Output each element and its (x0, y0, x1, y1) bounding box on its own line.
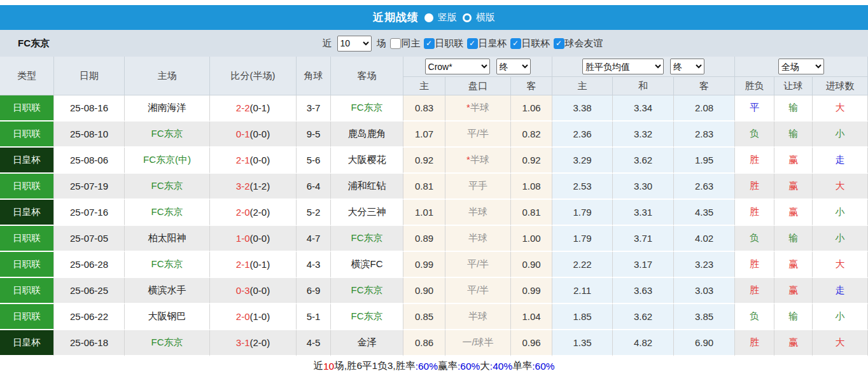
wdl-odds-time-select[interactable]: 终 (670, 59, 704, 74)
checkbox-label[interactable]: 同主 (402, 38, 421, 50)
away-team: 大阪樱花 (331, 148, 403, 174)
handicap-result: 赢 (774, 148, 813, 174)
goals-result: 小 (813, 304, 868, 330)
wdl-draw-odds: 3.32 (613, 122, 674, 148)
results-body: 日职联25-08-16湘南海洋2-2(0-1)3-7FC东京0.83*半球1.0… (0, 95, 868, 356)
handicap-result: 赢 (774, 252, 813, 278)
wdl-away-odds: 2.83 (674, 122, 735, 148)
asian-away-odds: 1.06 (511, 95, 552, 122)
wdl-away-odds: 2.63 (674, 174, 735, 200)
summary-segment: :60% (416, 361, 438, 372)
checkbox-icon[interactable]: ✓ (554, 38, 564, 49)
home-team: FC东京 (125, 122, 210, 148)
wdl-home-odds: 2.53 (552, 174, 613, 200)
match-date: 25-07-19 (54, 174, 125, 200)
wdl-away-odds: 4.35 (674, 200, 735, 226)
asian-handicap-line: 半球 (445, 200, 511, 226)
summary-segment: 10 (323, 361, 334, 372)
handicap-result: 赢 (774, 278, 813, 304)
table-row: 日皇杯25-07-16FC东京2-0(2-0)5-2大分三神1.01半球0.81… (0, 200, 868, 226)
match-type-badge: 日职联 (0, 95, 54, 122)
wdl-away-odds: 6.90 (674, 330, 735, 356)
competition-filter-同主[interactable]: ✓同主 (390, 38, 421, 50)
result-group-header: 全场 (735, 57, 868, 77)
subheader-wdl-draw: 和 (613, 77, 674, 95)
asian-away-odds: 0.96 (511, 330, 552, 356)
wdl-draw-odds: 3.62 (613, 304, 674, 330)
match-date: 25-08-16 (54, 95, 125, 122)
outcome-result: 胜 (735, 174, 774, 200)
checkbox-label[interactable]: 日皇杯 (479, 38, 507, 50)
match-score: 2-2(0-1) (210, 95, 297, 122)
radio-unselected-icon[interactable] (463, 13, 472, 22)
asian-home-odds: 0.92 (403, 148, 445, 174)
corner-score: 5-2 (297, 200, 331, 226)
competition-filter-日职联[interactable]: ✓日职联 (424, 38, 464, 50)
asian-away-odds: 0.92 (511, 148, 552, 174)
match-score: 2-1(0-1) (210, 252, 297, 278)
match-score: 2-0(2-0) (210, 200, 297, 226)
competition-filter-球会友谊[interactable]: ✓球会友谊 (554, 38, 603, 50)
asian-odds-provider-select[interactable]: Crow* (425, 59, 490, 74)
competition-filter-日皇杯[interactable]: ✓日皇杯 (467, 38, 507, 50)
result-scope-select[interactable]: 全场 (778, 59, 824, 74)
checkbox-icon[interactable]: ✓ (424, 38, 435, 49)
competition-filter-日联杯[interactable]: ✓日联杯 (510, 38, 550, 50)
home-team: FC东京(中) (125, 148, 210, 174)
checkbox-icon[interactable]: ✓ (510, 38, 521, 49)
checkbox-icon[interactable]: ✓ (390, 38, 401, 49)
goals-result: 小 (813, 200, 868, 226)
wdl-away-odds: 4.02 (674, 226, 735, 252)
match-type-badge: 日职联 (0, 252, 54, 278)
match-type-badge: 日职联 (0, 122, 54, 148)
wdl-odds-provider-select[interactable]: 胜平负均值 (582, 59, 664, 74)
match-count-select[interactable]: 10 (337, 36, 372, 52)
asian-handicap-line: 平/半 (445, 252, 511, 278)
wdl-home-odds: 1.85 (552, 304, 613, 330)
checkbox-label[interactable]: 日职联 (435, 38, 464, 50)
asian-odds-time-select[interactable]: 终 (496, 59, 531, 74)
asian-away-odds: 1.04 (511, 304, 552, 330)
home-team: 湘南海洋 (125, 95, 210, 122)
away-team: FC东京 (331, 304, 403, 330)
summary-segment: :40% (490, 361, 512, 372)
radio-horizontal-label[interactable]: 横版 (476, 11, 495, 24)
wdl-home-odds: 3.29 (552, 148, 613, 174)
layout-radio-horizontal[interactable]: 横版 (463, 11, 495, 24)
asian-away-odds: 1.00 (511, 226, 552, 252)
match-score: 0-3(0-0) (210, 278, 297, 304)
goals-result: 小 (813, 122, 868, 148)
match-date: 25-06-22 (54, 304, 125, 330)
corner-score: 3-7 (297, 95, 331, 122)
outcome-result: 胜 (735, 148, 774, 174)
summary-segment: 胜率 (396, 359, 416, 373)
wdl-draw-odds: 4.82 (613, 330, 674, 356)
table-row: 日皇杯25-06-18FC东京3-1(2-0)4-5金泽0.86一/球半0.96… (0, 330, 868, 356)
asian-handicap-line: 平/半 (445, 278, 511, 304)
subheader-asian-line: 盘口 (445, 77, 511, 95)
wdl-home-odds: 2.11 (552, 278, 613, 304)
table-row: 日职联25-06-25横滨水手0-3(0-0)6-9FC东京0.90平/半0.9… (0, 278, 868, 304)
asian-handicap-line: *半球 (445, 95, 511, 122)
match-type-badge: 日皇杯 (0, 330, 54, 356)
goals-result: 大 (813, 330, 868, 356)
home-team: 大阪钢巴 (125, 304, 210, 330)
layout-radio-vertical[interactable]: 竖版 (424, 11, 457, 24)
filter-controls: 近 10 场 ✓同主✓日职联✓日皇杯✓日联杯✓球会友谊 (323, 36, 603, 52)
wdl-home-odds: 1.35 (552, 330, 613, 356)
asian-home-odds: 0.89 (403, 226, 445, 252)
radio-vertical-label[interactable]: 竖版 (438, 11, 457, 24)
goals-result: 大 (813, 95, 868, 122)
match-type-badge: 日职联 (0, 304, 54, 330)
asian-handicap-line: 半球 (445, 226, 511, 252)
home-team: 柏太阳神 (125, 226, 210, 252)
checkbox-label[interactable]: 日联杯 (522, 38, 550, 50)
asian-away-odds: 0.81 (511, 200, 552, 226)
home-team: FC东京 (125, 252, 210, 278)
checkbox-icon[interactable]: ✓ (467, 38, 478, 49)
radio-selected-icon[interactable] (424, 13, 433, 22)
match-date: 25-07-16 (54, 200, 125, 226)
outcome-result: 胜 (735, 252, 774, 278)
summary-segment: 近 (313, 359, 323, 373)
checkbox-label[interactable]: 球会友谊 (565, 38, 603, 50)
